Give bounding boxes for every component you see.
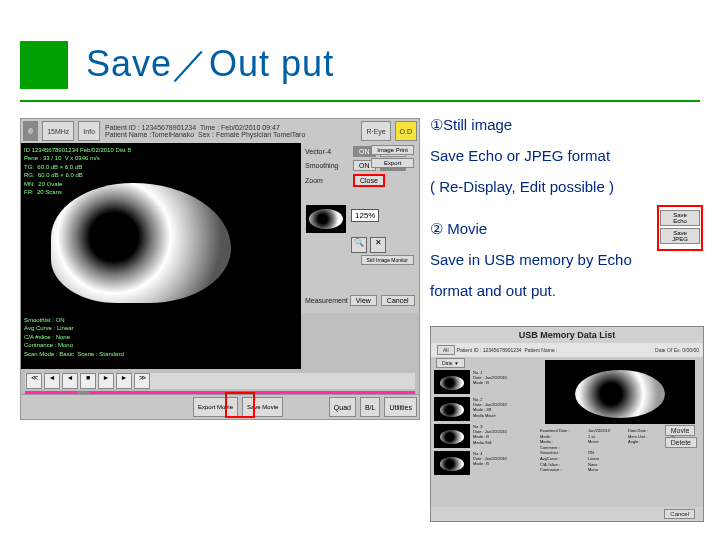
zoom-percent: 125% (351, 209, 379, 222)
cancel-button[interactable]: Cancel (381, 295, 415, 306)
image-print-button[interactable]: Image Print (371, 145, 414, 155)
usb-thumb-list: Date ▼ No. 1Date : Jan/20/2010Mode : B N… (431, 357, 537, 507)
utilities-button[interactable]: Utilities (384, 397, 417, 417)
x-icon[interactable]: ✕ (370, 237, 386, 253)
usb-all-button[interactable]: All (437, 345, 455, 355)
usb-thumb[interactable]: No. 3Date : Jan/20/2010Mode : BMedia Sti… (434, 424, 534, 448)
info-button[interactable]: Info (78, 121, 100, 141)
usb-cancel-button[interactable]: Cancel (664, 509, 695, 519)
usb-thumb[interactable]: No. 4Date : Jan/20/2010Mode : B (434, 451, 534, 475)
explanation-text: ①Still image Save Echo or JPEG format ( … (430, 110, 700, 307)
timeline: ≪ ◄ ◄ ■ ► ► ≫ (25, 373, 415, 389)
zoom-tools: 🔍✕ (351, 237, 389, 253)
bottom-bar: Export Movie Save Movie Quad B/L Utiliti… (21, 394, 419, 419)
scanner-toolbar: ® 15MHz Info Patient ID : 12345678901234… (21, 119, 419, 144)
slide-title: Save／Out put (86, 40, 334, 89)
tl-end[interactable]: ≫ (134, 373, 150, 389)
reye-button[interactable]: R·Eye (361, 121, 390, 141)
usb-thumb[interactable]: No. 1Date : Jan/20/2010Mode : B (434, 370, 534, 394)
tl-start[interactable]: ≪ (26, 373, 42, 389)
usb-date-sort[interactable]: Date ▼ (436, 358, 465, 368)
bl-button[interactable]: B/L (360, 397, 381, 417)
echo-scanner-screenshot: ® 15MHz Info Patient ID : 12345678901234… (20, 118, 420, 420)
tl-play[interactable]: ► (98, 373, 114, 389)
tl-play-rev[interactable]: ◄ (62, 373, 78, 389)
view-button[interactable]: View (350, 295, 377, 306)
magnify-icon[interactable]: 🔍 (351, 237, 367, 253)
usb-preview-image (545, 360, 695, 424)
usb-movie-button[interactable]: Movie (665, 425, 696, 436)
tl-next[interactable]: ► (116, 373, 132, 389)
scan-image (21, 143, 301, 313)
od-button[interactable]: O.D (395, 121, 417, 141)
r-button[interactable]: ® (23, 121, 38, 141)
quad-button[interactable]: Quad (329, 397, 356, 417)
usb-patient-bar: All Patient ID : 12345678901234 Patient … (431, 343, 703, 357)
divider (20, 100, 700, 102)
slide-header: Save／Out put (20, 40, 334, 89)
scan-readout-2: Smoothist : ON Avg Curve : Linear C/A #s… (21, 313, 301, 369)
usb-dialog: USB Memory Data List All Patient ID : 12… (430, 326, 704, 522)
tl-stop[interactable]: ■ (80, 373, 96, 389)
export-button[interactable]: Export (371, 158, 414, 168)
tl-prev[interactable]: ◄ (44, 373, 60, 389)
usb-thumb[interactable]: No. 2Date : Jan/20/2010Mode : 2BMedia Mo… (434, 397, 534, 421)
save-movie-highlight (225, 392, 255, 418)
usb-preview: Examined Date : Jan/20/2010Data Date : *… (537, 357, 703, 507)
usb-title: USB Memory Data List (431, 327, 703, 343)
still-monitor-button[interactable]: Still Image Monitor (361, 255, 414, 265)
zoom-close-button[interactable]: Close (353, 174, 385, 187)
zoom-eye (309, 209, 343, 229)
patient-bar: Patient ID : 12345678901234 Time : Feb/0… (102, 124, 359, 138)
green-square (20, 41, 68, 89)
mhz-button[interactable]: 15MHz (42, 121, 74, 141)
usb-delete-button[interactable]: Delete (665, 437, 697, 448)
